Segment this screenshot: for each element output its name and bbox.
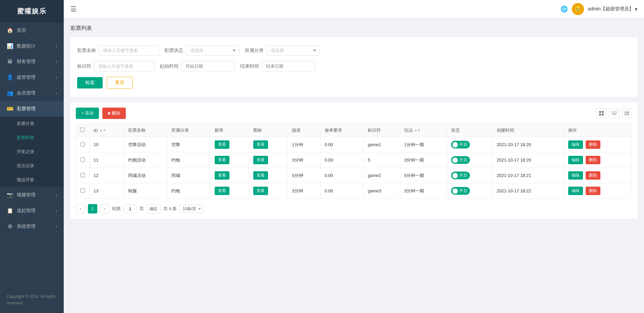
- odds-view-button[interactable]: 查看: [215, 156, 229, 164]
- globe-icon[interactable]: 🌐: [560, 5, 568, 13]
- page-confirm-button[interactable]: 确定: [147, 204, 161, 213]
- row-checkbox[interactable]: [80, 188, 85, 193]
- cell-play: 3分钟一期: [400, 183, 447, 199]
- odds-view-button[interactable]: 查看: [215, 140, 229, 149]
- edit-button[interactable]: 编辑: [568, 171, 583, 180]
- cell-category: 空降: [167, 137, 211, 152]
- cell-req: 0.00: [320, 137, 364, 152]
- stats-icon: 📊: [7, 43, 13, 49]
- system-icon: ⚙: [7, 223, 13, 230]
- page-goto-input[interactable]: [123, 205, 137, 213]
- cell-desc: 1分钟: [288, 137, 320, 152]
- export-button[interactable]: [609, 108, 619, 118]
- sidebar-item-lottery-draw[interactable]: 开奖记录: [0, 145, 64, 159]
- name-input[interactable]: [99, 45, 159, 56]
- sidebar-label-home: 首页: [17, 27, 26, 34]
- sidebar-item-election[interactable]: 📋 选妃管理 ›: [0, 203, 64, 218]
- cell-desc: 3分钟: [288, 152, 320, 168]
- page-size-select[interactable]: 10条/页: [179, 205, 203, 213]
- sidebar-item-video[interactable]: 📷 视频管理 ›: [0, 187, 64, 203]
- prev-page-button[interactable]: ‹: [76, 204, 85, 213]
- cell-identifier: 5: [364, 152, 400, 168]
- batch-delete-button[interactable]: ■ 删除: [102, 108, 125, 119]
- username-display[interactable]: admin【超级管理员】 ▾: [588, 6, 637, 12]
- icon-view-button[interactable]: 查看: [253, 156, 268, 164]
- sidebar-item-lottery-preset[interactable]: 预设开奖: [0, 173, 64, 187]
- cell-icon: 查看: [249, 137, 288, 152]
- data-table: ID▲▼ 彩票名称 所属分类 赔率 图标 描述 做单要求 标识符 玩法▲▼ 状态: [76, 124, 632, 199]
- start-date-input[interactable]: [181, 61, 235, 71]
- status-toggle[interactable]: 开启: [451, 156, 470, 164]
- table-row: 10 空降活动 空降 查看 查看 1分钟 0.00 game1 1分钟一期 开启…: [76, 137, 632, 152]
- status-select[interactable]: 请选择: [186, 45, 239, 56]
- sidebar-label-election: 选妃管理: [17, 208, 36, 214]
- sidebar-label-data-stats: 数据统计: [17, 43, 36, 49]
- status-toggle[interactable]: 开启: [451, 141, 470, 148]
- edit-button[interactable]: 编辑: [568, 187, 583, 195]
- icon-view-button[interactable]: 查看: [253, 171, 268, 180]
- sidebar-item-data-stats[interactable]: 📊 数据统计 ›: [0, 38, 64, 54]
- sidebar-item-lottery-category[interactable]: 彩票分类: [0, 117, 64, 131]
- edit-button[interactable]: 编辑: [568, 140, 583, 149]
- form-group-end: 结束时间: [240, 61, 315, 71]
- row-checkbox[interactable]: [80, 142, 85, 146]
- cell-category: 约炮: [167, 183, 211, 199]
- hamburger-button[interactable]: ☰: [70, 5, 76, 13]
- icon-view-button[interactable]: 查看: [253, 140, 268, 149]
- cell-identifier: game3: [364, 183, 400, 199]
- th-status: 状态: [447, 124, 492, 137]
- svg-rect-1: [602, 111, 604, 113]
- total-text: 共 4 条: [163, 206, 177, 212]
- status-toggle[interactable]: 开启: [451, 172, 470, 179]
- page-unit: 页: [140, 206, 144, 212]
- odds-view-button[interactable]: 查看: [215, 187, 229, 195]
- cell-play: 5分钟一期: [400, 168, 447, 183]
- search-button[interactable]: 检索: [77, 77, 103, 88]
- th-odds: 赔率: [210, 124, 249, 137]
- pagination: ‹ 1 › 到第 页 确定 共 4 条 10条/页: [76, 204, 632, 213]
- identifier-input[interactable]: [94, 61, 154, 71]
- end-date-input[interactable]: [262, 61, 315, 71]
- odds-view-button[interactable]: 查看: [215, 171, 229, 180]
- row-checkbox[interactable]: [80, 173, 85, 177]
- sidebar-item-lottery[interactable]: 🎫 彩票管理 ˅: [0, 101, 64, 117]
- row-delete-button[interactable]: 删除: [586, 187, 600, 195]
- cell-action: 编辑 删除: [564, 152, 632, 168]
- cell-odds: 查看: [210, 152, 249, 168]
- th-desc: 描述: [288, 124, 320, 137]
- dropdown-icon: ▾: [635, 6, 637, 12]
- sidebar-footer: Copyright © 2019. All rights reserved.: [0, 287, 64, 313]
- edit-button[interactable]: 编辑: [568, 156, 583, 164]
- toolbar-right: [596, 108, 632, 118]
- sidebar-item-system[interactable]: ⚙ 系统管理 ›: [0, 218, 64, 234]
- cell-name: 约炮活动: [124, 152, 167, 168]
- add-button[interactable]: + 添加: [76, 108, 99, 119]
- sidebar-item-member[interactable]: 👥 会员管理 ›: [0, 85, 64, 101]
- row-delete-button[interactable]: 删除: [586, 140, 600, 149]
- cell-req: 0.00: [320, 183, 364, 199]
- sidebar-item-lottery-list[interactable]: 彩票列表: [0, 131, 64, 145]
- next-page-button[interactable]: ›: [100, 204, 109, 213]
- view-grid-button[interactable]: [596, 108, 606, 118]
- sidebar-label-finance: 财务管理: [17, 59, 36, 65]
- arrow-icon: ›: [56, 193, 57, 197]
- print-button[interactable]: [622, 108, 632, 118]
- sidebar-item-finance[interactable]: 🏛 财务管理 ›: [0, 54, 64, 69]
- category-select[interactable]: 请选择: [266, 45, 320, 56]
- page-1-button[interactable]: 1: [88, 204, 97, 213]
- row-delete-button[interactable]: 删除: [586, 171, 600, 180]
- reset-button[interactable]: 重置: [107, 77, 133, 89]
- form-group-category: 所属分类 请选择: [245, 45, 320, 56]
- lottery-icon: 🎫: [7, 106, 13, 112]
- select-all-checkbox[interactable]: [80, 128, 85, 132]
- status-toggle[interactable]: 开启: [451, 187, 470, 195]
- toolbar-left: + 添加 ■ 删除: [76, 108, 126, 119]
- sidebar-item-home[interactable]: 🏠 首页: [0, 22, 64, 38]
- table-body: 10 空降活动 空降 查看 查看 1分钟 0.00 game1 1分钟一期 开启…: [76, 137, 632, 199]
- sidebar-item-super-admin[interactable]: 👤 超管管理 ›: [0, 69, 64, 85]
- icon-view-button[interactable]: 查看: [253, 187, 268, 195]
- row-delete-button[interactable]: 删除: [586, 156, 600, 164]
- cell-status: 开启: [447, 152, 492, 168]
- sidebar-item-lottery-bet[interactable]: 投注记录: [0, 159, 64, 173]
- row-checkbox[interactable]: [80, 158, 85, 162]
